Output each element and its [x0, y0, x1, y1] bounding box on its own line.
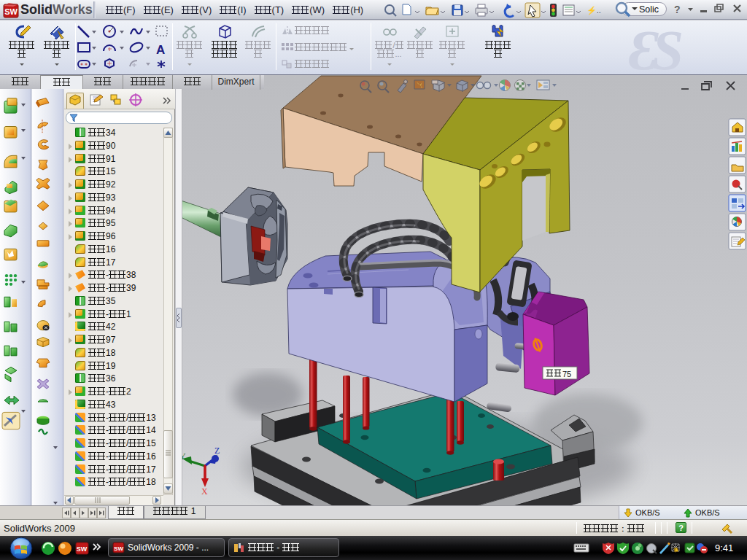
- svg-text:SW: SW: [114, 545, 123, 552]
- svg-text:⚡..: ⚡..: [587, 5, 601, 15]
- svg-text:Solic: Solic: [639, 4, 659, 15]
- svg-text:A: A: [156, 43, 165, 57]
- svg-text:75: 75: [562, 370, 571, 378]
- svg-text:SW: SW: [4, 7, 18, 16]
- svg-text:?: ?: [674, 4, 681, 15]
- svg-text:SW: SW: [77, 545, 88, 553]
- svg-text:Z: Z: [214, 446, 220, 456]
- svg-text:X: X: [201, 486, 208, 497]
